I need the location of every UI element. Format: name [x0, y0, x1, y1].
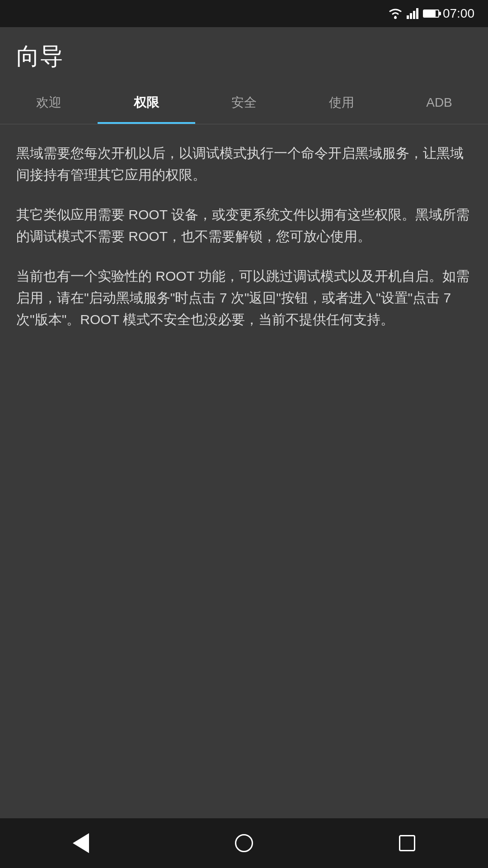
nav-bar [0, 818, 488, 868]
app-header: 向导 [0, 27, 488, 81]
status-time: 07:00 [443, 6, 474, 21]
svg-rect-3 [413, 11, 415, 19]
signal-icon [407, 8, 419, 19]
svg-rect-1 [407, 15, 409, 19]
status-icons: 07:00 [388, 6, 474, 21]
content-paragraph-3: 当前也有一个实验性的 ROOT 功能，可以跳过调试模式以及开机自启。如需启用，请… [16, 265, 472, 330]
tab-usage[interactable]: 使用 [293, 81, 390, 124]
recents-icon [399, 835, 415, 851]
tab-bar: 欢迎 权限 安全 使用 ADB [0, 81, 488, 124]
wifi-icon [388, 8, 403, 19]
content-paragraph-1: 黑域需要您每次开机以后，以调试模式执行一个命令开启黑域服务，让黑域间接持有管理其… [16, 142, 472, 186]
tab-welcome[interactable]: 欢迎 [0, 81, 98, 124]
svg-rect-4 [416, 8, 418, 19]
battery-icon [423, 9, 439, 18]
tab-adb[interactable]: ADB [390, 81, 488, 124]
nav-home-button[interactable] [217, 830, 271, 857]
svg-rect-2 [410, 13, 412, 19]
tab-permissions[interactable]: 权限 [98, 81, 195, 124]
nav-back-button[interactable] [55, 829, 107, 858]
status-bar: 07:00 [0, 0, 488, 27]
svg-point-0 [394, 16, 397, 19]
nav-recents-button[interactable] [381, 830, 433, 856]
back-icon [73, 833, 89, 853]
tab-security[interactable]: 安全 [195, 81, 293, 124]
page-title: 向导 [16, 41, 472, 72]
content-paragraph-2: 其它类似应用需要 ROOT 设备，或变更系统文件以拥有这些权限。黑域所需的调试模… [16, 204, 472, 247]
home-icon [235, 834, 253, 852]
main-content: 黑域需要您每次开机以后，以调试模式执行一个命令开启黑域服务，让黑域间接持有管理其… [0, 124, 488, 818]
